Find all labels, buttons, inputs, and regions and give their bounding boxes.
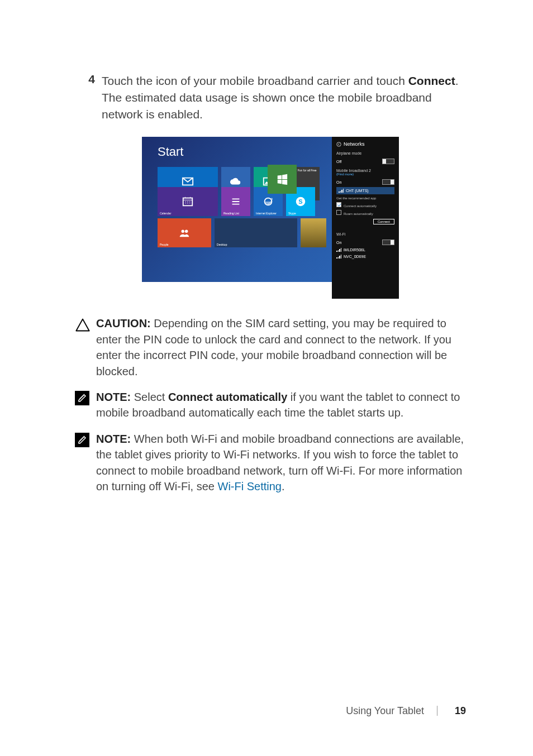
mobile-broadband-toggle[interactable]	[382, 179, 394, 185]
caution-icon	[75, 315, 96, 335]
svg-point-5	[182, 230, 185, 233]
carrier-selected[interactable]: CHT (UMTS)	[336, 187, 394, 194]
note2-text: NOTE: When both Wi-Fi and mobile broadba…	[96, 431, 466, 495]
step-text: Touch the icon of your mobile broadband …	[102, 73, 466, 122]
airplane-mode-toggle[interactable]	[382, 159, 394, 164]
note-icon	[75, 389, 96, 405]
tile-store[interactable]	[268, 165, 297, 194]
svg-point-6	[185, 230, 188, 233]
tile-reading-list[interactable]: Reading List	[221, 187, 250, 216]
find-more-link[interactable]: (Find more)	[336, 173, 394, 176]
tile-calendar[interactable]: Calendar	[158, 187, 218, 216]
skype-icon: S	[294, 195, 307, 208]
tile-desktop[interactable]: Desktop	[215, 218, 297, 247]
wifi-setting-link[interactable]: Wi-Fi Setting	[218, 480, 282, 492]
networks-panel-title: Networks	[336, 141, 394, 147]
svg-text:S: S	[298, 198, 302, 205]
start-screen-title: Start	[158, 145, 326, 159]
step-number: 4	[75, 73, 102, 86]
wifi-label: Wi-Fi	[336, 232, 394, 236]
note-icon	[75, 431, 96, 447]
airplane-mode-label: Airplane mode	[336, 151, 394, 155]
tile-image[interactable]	[301, 218, 326, 247]
connect-button[interactable]: Connect	[373, 219, 394, 224]
calendar-icon	[182, 195, 194, 208]
wifi-toggle[interactable]	[382, 240, 394, 245]
recommended-app-link[interactable]: Get the recommended app	[336, 197, 394, 200]
windows-icon	[276, 173, 288, 185]
svg-rect-1	[183, 198, 193, 206]
networks-panel: Networks Airplane mode Off Mobile broadb…	[332, 137, 399, 299]
connect-automatically-checkbox[interactable]: Connect automatically	[336, 202, 394, 208]
back-arrow-icon[interactable]	[336, 142, 341, 147]
wifi-network-item[interactable]: NVC_0D69E	[336, 255, 394, 259]
wifi-network-item[interactable]: iMLDIR506L	[336, 248, 394, 252]
note-text: NOTE: Select Connect automatically if yo…	[96, 389, 466, 421]
ie-icon	[262, 195, 274, 208]
page-footer: Using Your Tablet 19	[0, 705, 466, 717]
mobile-broadband-label: Mobile broadband 2	[336, 169, 394, 173]
caution-text: CAUTION: Depending on the SIM card setti…	[96, 315, 466, 379]
roam-automatically-checkbox[interactable]: Roam automatically	[336, 210, 394, 216]
mail-icon	[182, 175, 194, 188]
list-icon	[230, 195, 242, 208]
people-icon	[178, 227, 191, 239]
tile-people[interactable]: People	[158, 218, 211, 247]
svg-point-7	[337, 142, 341, 147]
networks-screenshot: Start Mail SkyDrive Photos	[142, 137, 399, 299]
cloud-icon	[230, 175, 242, 188]
